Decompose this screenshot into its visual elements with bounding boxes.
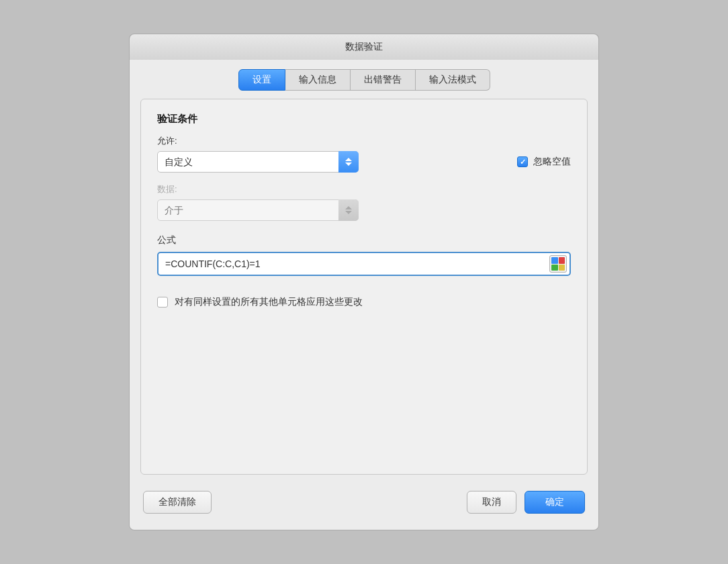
icon-cell-3 xyxy=(551,265,558,271)
data-select-spinner xyxy=(338,199,359,221)
allow-row: 自定义 ✓ 忽略空值 xyxy=(157,151,571,173)
dialog-body: 设置 输入信息 出错警告 输入法模式 验证条件 允许: 自定义 xyxy=(129,60,599,530)
ignore-blank-checkbox[interactable]: ✓ xyxy=(517,156,528,167)
tab-bar: 设置 输入信息 出错警告 输入法模式 xyxy=(130,60,598,91)
data-select-row xyxy=(157,199,571,221)
formula-picker-icon xyxy=(551,257,565,271)
apply-row: 对有同样设置的所有其他单元格应用这些更改 xyxy=(157,296,571,308)
allow-select-wrapper: 自定义 xyxy=(157,151,359,173)
tab-input-info[interactable]: 输入信息 xyxy=(285,69,351,91)
btn-group-right: 取消 确定 xyxy=(467,491,585,514)
dialog-title: 数据验证 xyxy=(345,41,383,52)
tab-settings[interactable]: 设置 xyxy=(238,69,285,91)
content-area: 验证条件 允许: 自定义 ✓ 忽略空值 xyxy=(140,99,588,475)
allow-select[interactable]: 自定义 xyxy=(157,151,359,173)
cancel-button[interactable]: 取消 xyxy=(467,491,516,514)
data-spinner-down-icon xyxy=(345,211,352,214)
spinner-up-icon xyxy=(345,158,352,161)
data-select xyxy=(157,199,359,221)
title-bar: 数据验证 xyxy=(129,34,599,60)
dialog-container: 数据验证 设置 输入信息 出错警告 输入法模式 验证条件 允许: 自定义 xyxy=(129,34,599,530)
icon-cell-4 xyxy=(559,265,565,271)
apply-checkbox[interactable] xyxy=(157,297,168,308)
icon-cell-2 xyxy=(559,257,565,264)
bottom-bar: 全部清除 取消 确定 xyxy=(130,483,598,516)
data-label: 数据: xyxy=(157,183,571,195)
data-select-wrapper xyxy=(157,199,359,221)
allow-label: 允许: xyxy=(157,135,571,147)
section-title: 验证条件 xyxy=(157,113,571,126)
confirm-button[interactable]: 确定 xyxy=(525,491,585,514)
formula-label: 公式 xyxy=(157,234,571,246)
tab-error-alert[interactable]: 出错警告 xyxy=(351,69,416,91)
ignore-blank-group: ✓ 忽略空值 xyxy=(517,156,571,168)
tab-input-mode[interactable]: 输入法模式 xyxy=(416,69,490,91)
apply-label: 对有同样设置的所有其他单元格应用这些更改 xyxy=(175,296,363,308)
ignore-blank-label: 忽略空值 xyxy=(533,156,571,168)
formula-input-wrapper xyxy=(157,252,571,276)
icon-cell-1 xyxy=(551,257,558,264)
formula-input[interactable] xyxy=(157,252,571,276)
clear-all-button[interactable]: 全部清除 xyxy=(143,491,212,514)
spinner-down-icon xyxy=(345,162,352,166)
checkmark-icon: ✓ xyxy=(520,158,526,167)
data-spinner-up-icon xyxy=(345,206,352,209)
allow-select-spinner[interactable] xyxy=(338,151,359,173)
formula-picker-button[interactable] xyxy=(549,255,567,273)
